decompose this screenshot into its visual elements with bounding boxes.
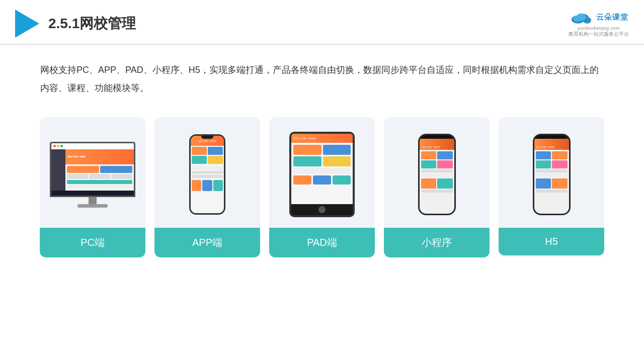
card-miniprogram-image: 招进人的第一堂网课 bbox=[384, 117, 490, 228]
card-h5: 招进人的第一堂网课 bbox=[499, 117, 604, 257]
tablet-screen: 招进人的第一堂网课 bbox=[291, 134, 353, 204]
card-miniprogram: 招进人的第一堂网课 bbox=[384, 117, 490, 257]
card-pc-label: PC端 bbox=[40, 228, 145, 257]
description-text: 网校支持PC、APP、PAD、小程序、H5，实现多端打通，产品各终端自由切换，数… bbox=[0, 45, 644, 102]
miniprogram-phone-mockup: 招进人的第一堂网课 bbox=[418, 134, 456, 215]
header-left: 2.5.1网校管理 bbox=[15, 10, 136, 38]
card-app-label: APP端 bbox=[154, 228, 260, 257]
h5-phone-mockup: 招进人的第一堂网课 bbox=[533, 134, 571, 215]
card-miniprogram-label: 小程序 bbox=[384, 228, 490, 257]
cloud-icon bbox=[569, 9, 593, 25]
tablet-home-button bbox=[318, 206, 326, 213]
platform-cards: 招进人的第一堂网课 bbox=[0, 102, 644, 267]
brand-logo: 云朵课堂 yunduoketang.com 教育机构一站式服务云平台 bbox=[569, 9, 629, 38]
section-number: 2.5.1 bbox=[48, 16, 79, 31]
card-app-image: 招进人的第一堂网课 bbox=[154, 117, 260, 228]
mini-phone-screen: 招进人的第一堂网课 bbox=[420, 135, 454, 214]
page-header: 2.5.1网校管理 云朵课堂 yunduoketang.com 教育机构一站式服… bbox=[0, 0, 644, 45]
pad-tablet-mockup: 招进人的第一堂网课 bbox=[289, 132, 355, 217]
h5-phone-screen: 招进人的第一堂网课 bbox=[534, 135, 569, 214]
card-pad-image: 招进人的第一堂网课 bbox=[269, 117, 375, 228]
card-h5-label: H5 bbox=[499, 228, 604, 255]
page-title: 2.5.1网校管理 bbox=[48, 14, 136, 33]
card-pc: 招进人的第一堂网课 bbox=[40, 117, 145, 257]
card-h5-image: 招进人的第一堂网课 bbox=[499, 117, 604, 228]
title-text: 网校管理 bbox=[79, 16, 136, 31]
play-triangle-icon bbox=[15, 10, 39, 38]
card-pad-label: PAD端 bbox=[269, 228, 375, 257]
cloud-logo-container: 云朵课堂 bbox=[569, 9, 628, 25]
h5-phone-notch bbox=[544, 135, 558, 139]
card-app: 招进人的第一堂网课 bbox=[154, 117, 260, 257]
phone-notch bbox=[201, 136, 213, 139]
description-paragraph: 网校支持PC、APP、PAD、小程序、H5，实现多端打通，产品各终端自由切换，数… bbox=[40, 61, 604, 97]
card-pad: 招进人的第一堂网课 bbox=[269, 117, 375, 257]
logo-tagline: 教育机构一站式服务云平台 bbox=[569, 31, 629, 38]
logo-chinese: 云朵课堂 bbox=[596, 13, 628, 22]
pc-monitor-mockup: 招进人的第一堂网课 bbox=[50, 142, 135, 208]
logo-english: yunduoketang.com bbox=[578, 26, 620, 31]
phone-screen: 招进人的第一堂网课 bbox=[191, 136, 224, 213]
card-pc-image: 招进人的第一堂网课 bbox=[40, 117, 145, 228]
svg-point-4 bbox=[573, 16, 581, 22]
app-phone-mockup: 招进人的第一堂网课 bbox=[189, 134, 225, 215]
mini-phone-notch bbox=[430, 135, 444, 139]
